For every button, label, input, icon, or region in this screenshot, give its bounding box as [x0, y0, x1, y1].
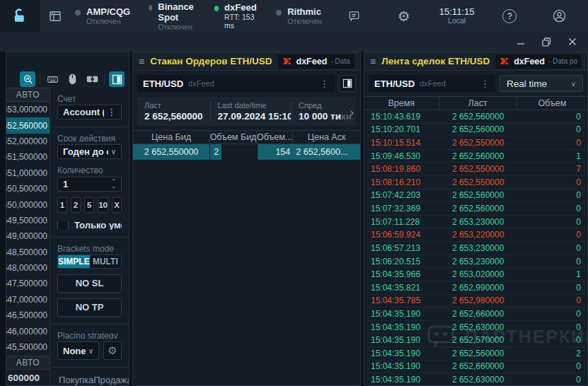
quantity-stepper[interactable]: 1 ⌃⌄	[57, 177, 122, 192]
tape-row[interactable]: 15:04:35.1902 652,5600002	[364, 347, 587, 361]
ladder-price-row[interactable]: 651,000000	[6, 165, 50, 181]
tape-row[interactable]: 15:04:35.1902 652,6600000	[364, 361, 587, 374]
keyboard-trading-button[interactable]	[45, 71, 60, 87]
connection-item[interactable]: Binance SpotОтключен	[149, 1, 196, 31]
symbol-selector[interactable]: ETH/USD dxFeed ⋮	[137, 75, 335, 92]
col-bid-price[interactable]: Цена Бид	[133, 131, 210, 144]
ladder-price-row[interactable]: 650,500000	[6, 181, 50, 197]
volume-analysis-button[interactable]	[20, 71, 35, 87]
tape-row[interactable]: 15:06:59.9242 653,2200000	[364, 228, 587, 242]
help-button[interactable]: ?	[495, 9, 524, 23]
tape-row[interactable]: 15:08:19.8602 652,5500007	[364, 163, 587, 176]
connection-text: RithmicОтключен	[287, 6, 322, 25]
qty-preset-button[interactable]: 2	[71, 197, 81, 213]
ladder-auto-top-button[interactable]: АВТО	[6, 88, 50, 102]
tape-row[interactable]: 15:04:35.9662 653,0200001	[364, 268, 587, 281]
ladder-price-row[interactable]: 647,500000	[6, 276, 50, 291]
child-restore-button[interactable]	[542, 37, 551, 47]
tape-row[interactable]: 15:04:35.1902 652,6300000	[364, 321, 587, 334]
qty-preset-button[interactable]: X	[112, 197, 122, 213]
ladder-price-row[interactable]: 646,000000	[6, 323, 50, 339]
trade-volume: 0	[517, 242, 587, 255]
notifications-button[interactable]	[340, 9, 369, 23]
col-time[interactable]: Время	[364, 97, 439, 110]
panel-split-button[interactable]	[109, 71, 125, 87]
tape-row[interactable]: 15:09:46.5302 652,5600001	[364, 150, 587, 163]
tape-row[interactable]: 15:07:32.3692 652,5600000	[364, 202, 587, 216]
bid-volume-cell[interactable]: 2	[210, 144, 257, 160]
col-volume[interactable]: Объем	[517, 97, 587, 110]
tape-row[interactable]: 15:10:43.6192 652,5600000	[364, 110, 587, 124]
sell-label[interactable]: Продажа	[93, 375, 129, 385]
placing-strategy-settings-button[interactable]: ⚙	[103, 341, 122, 360]
ladder-price-row[interactable]: 648,000000	[6, 260, 50, 276]
qty-preset-button[interactable]: 1	[57, 197, 67, 213]
tape-row[interactable]: 15:04:35.8212 652,9900000	[364, 281, 587, 295]
col-last[interactable]: Ласт	[439, 97, 517, 110]
qty-preset-button[interactable]: 10	[98, 197, 108, 213]
ladder-price-row[interactable]: 653,000000	[6, 102, 50, 117]
connection-text: Binance SpotОтключен	[158, 1, 195, 31]
mouse-trading-button[interactable]	[64, 71, 80, 87]
col-ask-volume[interactable]: Объем...	[257, 131, 293, 144]
col-ask-price[interactable]: Цена Аск	[293, 131, 360, 144]
tape-row[interactable]: 15:10:15.5142 652,5500000	[364, 136, 587, 150]
tape-row[interactable]: 15:04:35.1902 652,6600000	[364, 308, 587, 321]
connection-item[interactable]: AMP/CQGОтключен	[75, 6, 130, 25]
mode-select[interactable]: Real time ∨	[500, 75, 583, 92]
ask-volume-cell[interactable]: 154	[257, 144, 293, 160]
brackets-multi-option[interactable]: MULTI	[90, 255, 121, 267]
ladder-price-row[interactable]: 645,500000	[6, 339, 50, 355]
tape-row[interactable]: 15:07:11.2282 653,2300000	[364, 216, 587, 229]
placing-strategy-select[interactable]: None ∨	[57, 341, 99, 360]
ladder-price-row[interactable]: 649,000000	[6, 228, 50, 244]
tape-row[interactable]: 15:10:20.7012 652,5600000	[364, 124, 587, 137]
order-book-row[interactable]: 2 652,550000 2 154 2 652,5600...	[133, 144, 360, 160]
tape-row[interactable]: 15:04:35.1902 652,5700000	[364, 334, 587, 347]
lock-button[interactable]	[0, 0, 40, 32]
ladder-price-row[interactable]: 649,500000	[6, 213, 50, 228]
connection-item[interactable]: RithmicОтключен	[276, 6, 322, 25]
chevron-right-icon[interactable]: ›	[350, 105, 354, 117]
tif-select[interactable]: Годен до отм ∨	[57, 144, 122, 159]
tape-row[interactable]: 15:06:20.5152 653,2300000	[364, 255, 587, 269]
tape-row[interactable]: 15:08:16.2102 652,5500000	[364, 176, 587, 189]
ladder-price-row[interactable]: 652,560000	[6, 117, 50, 133]
connection-item[interactable]: dxFeedRTT: 153 ms	[214, 2, 258, 30]
child-minimize-button[interactable]	[517, 37, 525, 46]
account-select[interactable]: Account (U. ⋮	[57, 105, 122, 119]
ladder-price-row[interactable]: 650,000000	[6, 197, 50, 212]
ask-price-cell[interactable]: 2 652,5600...	[293, 144, 360, 160]
ladder-price-row[interactable]: 646,500000	[6, 308, 50, 323]
symbol-selector[interactable]: ETH/USD dxFeed ⋮	[369, 75, 495, 92]
tape-row[interactable]: 15:04:35.7852 652,9800000	[364, 295, 587, 308]
stepper-arrows[interactable]: ⌃⌄	[111, 179, 116, 189]
trade-volume: 7	[517, 163, 587, 175]
ladder-price-row[interactable]: 651,500000	[6, 149, 50, 165]
account-button[interactable]	[545, 8, 573, 23]
buy-label[interactable]: Покупка	[59, 375, 93, 385]
tape-row[interactable]: 15:07:42.2032 652,5600000	[364, 189, 587, 203]
ladder-price-row[interactable]: 648,500000	[6, 245, 50, 260]
settings-button[interactable]: ⚙	[390, 8, 418, 25]
link-windows-button[interactable]	[84, 71, 100, 87]
reduce-only-checkbox[interactable]	[57, 221, 69, 230]
brackets-simple-option[interactable]: SIMPLE	[58, 255, 90, 267]
no-tp-button[interactable]: NO TP	[57, 298, 122, 317]
bid-price-cell[interactable]: 2 652,550000	[133, 144, 210, 160]
clock[interactable]: 15:11:15 Local	[439, 7, 475, 25]
tape-row[interactable]: 15:04:35.1902 652,6300000	[364, 373, 587, 385]
child-close-button[interactable]	[568, 37, 577, 46]
menu-icon[interactable]: ≡	[370, 57, 376, 66]
tape-row[interactable]: 15:06:57.2132 653,2300000	[364, 242, 587, 255]
orderbook-split-button[interactable]	[339, 75, 356, 92]
trade-time: 15:07:42.203	[364, 189, 439, 202]
menu-icon[interactable]: ≡	[139, 57, 144, 66]
ladder-price-row[interactable]: 647,000000	[6, 292, 50, 308]
no-sl-button[interactable]: NO SL	[57, 274, 122, 293]
ladder-auto-bottom-button[interactable]: АВТО	[6, 356, 50, 370]
qty-preset-button[interactable]: 5	[84, 197, 94, 213]
col-bid-volume[interactable]: Объем Бид	[210, 131, 257, 144]
ladder-price-row[interactable]: 652,000000	[6, 134, 50, 149]
workspace-layout-button[interactable]	[48, 0, 62, 32]
